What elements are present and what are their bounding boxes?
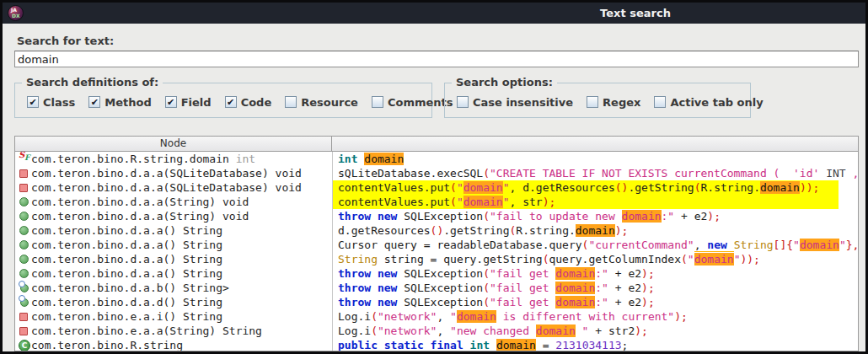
result-row[interactable]: com.teron.bino.e.a.i() StringLog.i("netw… [15, 309, 858, 324]
result-row[interactable]: com.teron.bino.d.a.b() String>throw new … [15, 281, 858, 295]
node-label: com.teron.bino.R.string [15, 338, 332, 351]
node-label: com.teron.bino.d.a.a(String) void [15, 209, 332, 223]
checkbox-active-tab-only[interactable]: Active tab only [654, 96, 763, 109]
code-column-header[interactable] [332, 137, 858, 151]
method-private-icon [19, 182, 31, 193]
code-preview: Cursor query = readableDatabase.query("c… [332, 238, 858, 252]
node-label: com.teron.bino.R.string.domain int [15, 152, 332, 166]
method-private-icon [19, 311, 31, 322]
checkbox-label: Comments [388, 96, 453, 109]
node-label: com.teron.bino.d.a.a() String [15, 238, 332, 252]
search-for-text-label: Search for text: [17, 35, 114, 47]
result-row[interactable]: com.teron.bino.d.a.a() Stringthrow new S… [15, 266, 858, 281]
search-definitions-group: Search definitions of: ✔Class✔Method✔Fie… [14, 83, 432, 118]
checkbox-method[interactable]: ✔Method [88, 96, 151, 109]
result-row[interactable]: com.teron.bino.d.a.d() Stringthrow new S… [15, 295, 858, 309]
method-decorated-icon [19, 297, 31, 308]
node-label: com.teron.bino.d.a.a() String [15, 266, 332, 281]
title-bar[interactable]: Text search [3, 3, 865, 24]
checkbox-label: Class [43, 96, 75, 109]
field-static-final-icon [19, 153, 31, 164]
node-label: com.teron.bino.d.a.b() String> [15, 281, 332, 295]
results-table-header: Node [15, 137, 858, 152]
text-search-window: Text search Search for text: Search defi… [0, 0, 868, 354]
checkbox-code[interactable]: ✔Code [225, 96, 272, 109]
search-options-group: Search options: Case insensitiveRegexAct… [444, 83, 751, 118]
node-column-header[interactable]: Node [15, 137, 332, 151]
checked-checkbox-icon[interactable]: ✔ [27, 96, 39, 108]
result-row[interactable]: com.teron.bino.R.stringpublic static fin… [15, 338, 858, 351]
method-public-icon [19, 196, 31, 207]
checkbox-regex[interactable]: Regex [587, 96, 640, 109]
method-public-icon [19, 239, 31, 250]
code-preview: sQLiteDatabase.execSQL("CREATE TABLE IF … [332, 166, 858, 180]
window-title: Text search [600, 7, 671, 19]
checked-checkbox-icon[interactable]: ✔ [165, 96, 177, 108]
checkbox-label: Regex [603, 96, 640, 109]
checked-checkbox-icon[interactable]: ✔ [88, 96, 100, 108]
code-preview: public static final int domain = 2131034… [332, 338, 858, 351]
checkbox-field[interactable]: ✔Field [165, 96, 212, 109]
code-preview: int domain [332, 152, 858, 166]
checkbox-label: Code [241, 96, 272, 109]
result-row[interactable]: com.teron.bino.d.a.a() Stringd.getResour… [15, 223, 858, 238]
node-label: com.teron.bino.d.a.a(SQLiteDatabase) voi… [15, 166, 332, 180]
result-row[interactable]: com.teron.bino.d.a.a() StringString stri… [15, 252, 858, 266]
unchecked-checkbox-icon[interactable] [285, 96, 297, 108]
checkbox-label: Resource [301, 96, 358, 109]
group-title: Search options: [452, 76, 557, 88]
result-row[interactable]: com.teron.bino.e.a.a(String) StringLog.i… [15, 324, 858, 338]
code-preview: Log.i("network", "new changed domain " +… [332, 324, 858, 338]
result-row[interactable]: com.teron.bino.d.a.a(SQLiteDatabase) voi… [15, 180, 858, 195]
checked-checkbox-icon[interactable]: ✔ [225, 96, 237, 108]
unchecked-checkbox-icon[interactable] [457, 96, 469, 108]
checkbox-case-insensitive[interactable]: Case insensitive [457, 96, 573, 109]
code-preview: contentValues.put("domain", str); [332, 195, 858, 209]
code-preview: throw new SQLException("fail get domain:… [332, 266, 858, 281]
result-row[interactable]: com.teron.bino.d.a.a() StringCursor quer… [15, 238, 858, 252]
results-table: Node com.teron.bino.R.string.domain inti… [14, 136, 859, 351]
code-preview: String string = query.getString(query.ge… [332, 252, 858, 266]
unchecked-checkbox-icon[interactable] [372, 96, 383, 108]
code-preview: contentValues.put("domain", d.getResourc… [332, 180, 858, 195]
code-preview: d.getResources().getString(R.string.doma… [332, 223, 858, 238]
checkbox-label: Field [181, 96, 212, 109]
node-label: com.teron.bino.d.a.a() String [15, 252, 332, 266]
options-checkbox-row: Case insensitiveRegexActive tab only [445, 83, 750, 119]
code-preview: Log.i("network", "domain is different wi… [332, 309, 858, 324]
method-decorated-icon [19, 282, 31, 293]
result-row[interactable]: com.teron.bino.d.a.a(SQLiteDatabase) voi… [15, 166, 858, 180]
search-input[interactable] [14, 51, 859, 67]
checkbox-label: Active tab only [670, 96, 763, 109]
checkbox-comments[interactable]: Comments [372, 96, 453, 109]
code-preview: throw new SQLException("fail get domain:… [332, 281, 858, 295]
method-private-icon [19, 168, 31, 179]
class-icon [19, 340, 31, 351]
checkbox-class[interactable]: ✔Class [27, 96, 75, 109]
group-title: Search definitions of: [22, 76, 163, 88]
result-row[interactable]: com.teron.bino.d.a.a(String) voidthrow n… [15, 209, 858, 223]
method-private-icon [19, 325, 31, 336]
results-body: com.teron.bino.R.string.domain intint do… [15, 152, 858, 351]
node-label: com.teron.bino.e.a.i() String [15, 309, 332, 324]
method-public-icon [19, 225, 31, 236]
node-label: com.teron.bino.d.a.a(SQLiteDatabase) voi… [15, 180, 332, 195]
code-preview: throw new SQLException("fail get domain:… [332, 295, 858, 309]
jadx-logo-icon [8, 5, 24, 21]
method-public-icon [19, 268, 31, 279]
node-label: com.teron.bino.d.a.a(String) void [15, 195, 332, 209]
checkbox-resource[interactable]: Resource [285, 96, 358, 109]
method-public-icon [19, 211, 31, 222]
node-label: com.teron.bino.d.a.d() String [15, 295, 332, 309]
result-row[interactable]: com.teron.bino.d.a.a(String) voidcontent… [15, 195, 858, 209]
code-preview: throw new SQLException("fail to update n… [332, 209, 858, 223]
method-public-icon [19, 254, 31, 265]
unchecked-checkbox-icon[interactable] [654, 96, 666, 108]
result-row[interactable]: com.teron.bino.R.string.domain intint do… [15, 152, 858, 166]
checkbox-label: Method [104, 96, 151, 109]
checkbox-label: Case insensitive [473, 96, 573, 109]
unchecked-checkbox-icon[interactable] [587, 96, 598, 108]
node-label: com.teron.bino.e.a.a(String) String [15, 324, 332, 338]
definitions-checkbox-row: ✔Class✔Method✔Field✔CodeResourceComments [15, 83, 431, 119]
node-label: com.teron.bino.d.a.a() String [15, 223, 332, 238]
